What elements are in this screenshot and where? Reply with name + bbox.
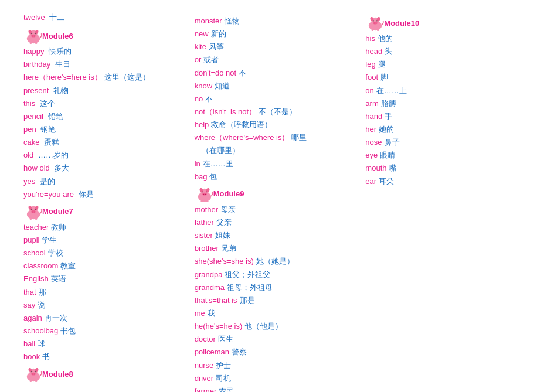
pig-icon-module6: [23, 29, 41, 42]
module10-header: Module10: [365, 16, 525, 29]
vocab-eye: eye眼睛: [365, 149, 525, 161]
svg-point-19: [35, 209, 36, 210]
column-3: Module10 his他的 head头 leg腿 foot脚 on在……上 a…: [359, 12, 531, 392]
vocab-farmer: farmer农民: [195, 386, 354, 392]
vocab-doctor: doctor医生: [195, 333, 354, 345]
svg-point-5: [32, 36, 33, 36]
svg-point-16: [32, 212, 33, 212]
module10-title: Module10: [384, 19, 419, 28]
vocab-she: she(she's=she is)她（她是）: [195, 255, 354, 267]
svg-point-49: [374, 23, 375, 23]
vocab-say: say说: [23, 299, 183, 311]
vocab-where: where（where's=where is）哪里: [195, 132, 354, 144]
vocab-mouth: mouth嘴: [365, 162, 525, 174]
vocab-her: her她的: [365, 124, 525, 135]
vocab-schoolbag: schoolbag书包: [23, 325, 183, 337]
vocab-nose: nose鼻子: [365, 137, 525, 148]
vocab-youre: you're=you are 你是: [23, 189, 183, 200]
vocab-not: not（isn't=is not）不（不是）: [195, 106, 354, 118]
svg-rect-42: [200, 200, 203, 202]
svg-point-41: [206, 191, 207, 192]
vocab-hand: hand手: [365, 111, 525, 122]
vocab-pencil: pencil 铅笔: [23, 111, 183, 122]
vocab-mother: mother母亲: [195, 204, 354, 216]
vocab-foot: foot脚: [365, 71, 525, 83]
svg-point-37: [202, 193, 206, 196]
module6-header: Module6: [23, 29, 183, 42]
vocab-policeman: policeman警察: [195, 346, 354, 358]
module6-items: happy 快乐的 birthday 生日 here（here's=here i…: [23, 46, 183, 200]
vocab-or: or或者: [195, 54, 354, 66]
svg-rect-9: [30, 42, 32, 44]
svg-rect-43: [206, 200, 208, 202]
svg-point-29: [31, 371, 32, 373]
vocab-know: know知道: [195, 80, 354, 92]
svg-rect-10: [35, 42, 38, 44]
svg-rect-31: [30, 380, 32, 383]
module7-title: Module7: [42, 207, 73, 216]
vocab-that: that那: [23, 287, 183, 298]
svg-point-4: [31, 35, 35, 38]
svg-point-6: [34, 36, 35, 36]
vocab-teacher: teacher教师: [23, 221, 183, 233]
column-1: twelve 十二: [23, 12, 189, 392]
vocab-grandpa: grandpa祖父；外祖父: [195, 269, 354, 281]
vocab-brother: brother兄弟: [195, 243, 354, 254]
vocab-ball: ball球: [23, 338, 183, 350]
vocab-head: head头: [365, 46, 525, 57]
vocab-cake: cake 蛋糕: [23, 137, 183, 148]
vocab-this: this 这个: [23, 98, 183, 110]
vocab-happy: happy 快乐的: [23, 46, 183, 57]
vocab-no: no不: [195, 93, 354, 105]
module10-items: his他的 head头 leg腿 foot脚 on在……上 arm胳膊 hand…: [365, 33, 525, 188]
pig-icon-module8: [23, 367, 41, 380]
vocab-his: his他的: [365, 33, 525, 45]
top-word-twelve: twelve 十二: [23, 12, 183, 23]
vocab-kite: kite风筝: [195, 41, 354, 53]
module8-header: Module8: [23, 367, 183, 380]
vocab-leg: leg腿: [365, 59, 525, 70]
svg-rect-32: [35, 380, 38, 383]
svg-point-18: [31, 209, 32, 210]
vocab-pen: pen 钢笔: [23, 124, 183, 135]
pig-icon-module10: [365, 16, 383, 29]
svg-rect-53: [372, 29, 374, 31]
svg-rect-54: [377, 29, 379, 31]
vocab-where-paren: （在哪里）: [195, 145, 354, 156]
col2-top-items: monster怪物 new新的 kite风筝 or或者 don't=do not…: [195, 15, 354, 183]
vocab-sister: sister姐妹: [195, 230, 354, 241]
vocab-new: new新的: [195, 28, 354, 40]
vocab-arm: arm胳膊: [365, 98, 525, 110]
vocab-thats: that's=that is那是: [195, 295, 354, 306]
vocab-old: old ……岁的: [23, 149, 183, 161]
module9-header: Module9: [195, 188, 354, 200]
vocab-driver: driver司机: [195, 373, 354, 384]
svg-point-26: [31, 373, 35, 376]
vocab-ear: ear耳朵: [365, 176, 525, 188]
vocab-classroom: classroom教室: [23, 260, 183, 272]
module9-title: Module9: [213, 189, 244, 198]
svg-point-39: [205, 194, 205, 195]
vocab-me: me我: [195, 308, 354, 319]
module6-title: Module6: [42, 32, 73, 40]
vocab-he: he(he's=he is)他（他是）: [195, 321, 354, 332]
module9-items: mother母亲 father父亲 sister姐妹 brother兄弟 she…: [195, 204, 354, 392]
svg-point-48: [373, 22, 378, 25]
vocab-book: book书: [23, 351, 183, 363]
svg-point-17: [34, 212, 35, 212]
vocab-birthday: birthday 生日: [23, 59, 183, 70]
vocab-on: on在……上: [365, 85, 525, 97]
vocab-bag: bag包: [195, 171, 354, 183]
vocab-here: here（here's=here is）这里（这是）: [23, 71, 183, 83]
svg-point-51: [373, 21, 375, 22]
svg-point-30: [35, 371, 36, 373]
module7-header: Module7: [23, 205, 183, 218]
vocab-english: English英语: [23, 273, 183, 285]
svg-rect-21: [35, 217, 38, 220]
svg-point-7: [31, 33, 32, 35]
page: twelve 十二: [0, 0, 554, 392]
vocab-yes: yes 是的: [23, 176, 183, 188]
svg-point-38: [203, 194, 204, 195]
svg-point-40: [202, 191, 203, 192]
svg-point-28: [34, 374, 35, 374]
